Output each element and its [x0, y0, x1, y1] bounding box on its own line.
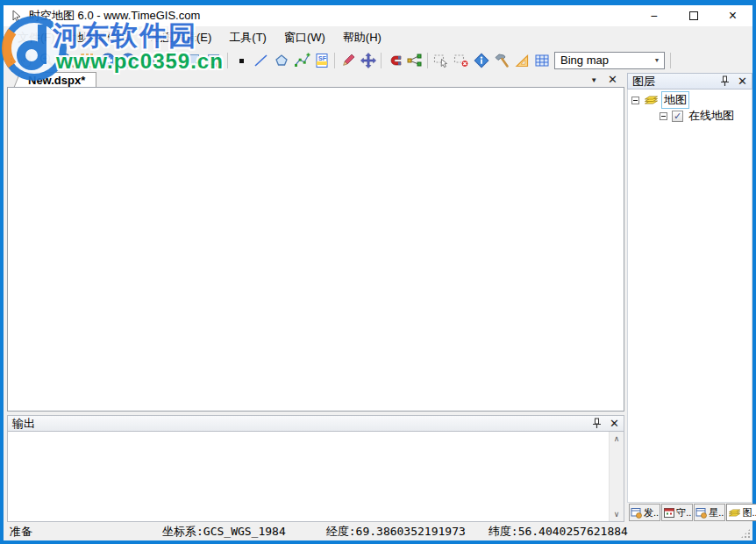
layers-panel-title: 图层 [632, 74, 655, 89]
tree-node-map-label[interactable]: 地图 [661, 91, 689, 109]
add-basemap-icon[interactable] [184, 51, 204, 70]
titlebar: 时空地图 6.0 - www.TimeGIS.com − × [4, 5, 752, 26]
pin-icon[interactable] [592, 418, 602, 429]
edit-pencil-icon[interactable] [338, 51, 358, 70]
dock-tab-1[interactable]: 发.. [629, 504, 660, 521]
dock-tab-3[interactable]: 星.. [694, 504, 725, 521]
dock-tab-label: 发.. [644, 506, 659, 519]
layers-panel-header[interactable]: 图层 ✕ [627, 73, 752, 89]
calendar-icon [663, 507, 675, 519]
basemap-combobox[interactable]: Bing map ▼ [554, 52, 665, 69]
dock-tab-label: 图... [742, 506, 756, 519]
move-feature-icon[interactable] [358, 51, 378, 70]
menu-help[interactable]: 帮助(H) [334, 27, 390, 48]
measure-setsquare-icon[interactable] [511, 51, 531, 70]
scroll-down-icon[interactable]: ∨ [610, 510, 624, 519]
tab-close-icon[interactable]: ✕ [608, 75, 617, 84]
document-area: New.dspx* ▼ ✕ 输出 ✕ [4, 71, 624, 522]
toolbar-separator [670, 53, 671, 68]
layers-group-icon [644, 94, 659, 106]
zoom-out-icon[interactable] [57, 51, 77, 70]
dock-tabbar: 发.. 守.. 星.. 图... [627, 503, 752, 522]
menu-file[interactable]: 文件(F) [9, 27, 64, 48]
dock-tab-layers[interactable]: 图... [726, 504, 756, 521]
tab-list-dropdown-icon[interactable]: ▼ [590, 76, 597, 84]
status-latitude: 纬度:56.4040257621884 [489, 524, 628, 540]
chevron-down-icon[interactable]: ▼ [650, 57, 664, 63]
close-icon[interactable]: ✕ [738, 76, 747, 86]
maximize-button[interactable] [674, 5, 713, 26]
draw-polygon-icon[interactable] [271, 51, 291, 70]
app-window: 河东软件园 www.pc0359.cn 时空地图 6.0 - www.TimeG… [0, 0, 756, 544]
status-crs: 坐标系:GCS_WGS_1984 [162, 524, 286, 540]
dock-tab-2[interactable]: 守.. [661, 504, 693, 521]
statusbar: 准备 坐标系:GCS_WGS_1984 经度:69.3860352191973 … [4, 522, 752, 540]
output-panel-body[interactable]: ∧ ∨ [7, 432, 624, 522]
tree-node-map[interactable]: 地图 [628, 92, 752, 108]
maximize-icon [689, 11, 698, 20]
attribute-grid-icon[interactable] [531, 51, 552, 70]
tree-node-online-map[interactable]: ✓ 在线地图 [628, 108, 752, 124]
build-hammer-icon[interactable] [491, 51, 511, 70]
toolbar-separator [381, 53, 382, 68]
view-forward-icon[interactable] [118, 51, 138, 70]
scroll-up-icon[interactable]: ∧ [610, 434, 624, 443]
toolbar-separator [334, 53, 335, 68]
toolbar-grip[interactable] [10, 54, 14, 68]
menu-tools[interactable]: 工具(T) [220, 27, 275, 48]
form-hand-icon [631, 507, 643, 519]
output-panel: 输出 ✕ ∧ ∨ [7, 415, 624, 522]
resize-grip[interactable] [740, 528, 751, 539]
toolbar: SF Bing map ▼ [4, 49, 752, 71]
layers-tree: 地图 ✓ 在线地图 [627, 89, 752, 503]
map-canvas[interactable] [7, 87, 624, 412]
snap-magnet-icon[interactable] [384, 51, 404, 70]
pan-hand-icon[interactable] [17, 51, 37, 70]
output-panel-header[interactable]: 输出 ✕ [7, 415, 624, 432]
tree-node-online-map-label[interactable]: 在线地图 [687, 108, 736, 124]
output-panel-title: 输出 [12, 416, 35, 432]
window-title: 时空地图 6.0 - www.TimeGIS.com [29, 8, 200, 24]
sf-document-icon[interactable]: SF [311, 51, 332, 70]
view-back-icon[interactable] [97, 51, 118, 70]
status-ready: 准备 [10, 524, 32, 540]
select-features-icon[interactable] [431, 51, 451, 70]
layer-visibility-checkbox[interactable]: ✓ [672, 111, 683, 122]
draw-point-icon[interactable] [231, 51, 251, 70]
topology-nodes-icon[interactable] [404, 51, 424, 70]
svg-text:SF: SF [318, 54, 327, 61]
close-icon[interactable]: ✕ [610, 419, 619, 428]
toolbar-separator [427, 53, 428, 68]
identify-info-icon[interactable] [471, 51, 491, 70]
dock-tab-label: 星.. [709, 506, 724, 519]
pin-icon[interactable] [720, 75, 730, 87]
main-region: New.dspx* ▼ ✕ 输出 ✕ [4, 71, 752, 522]
menu-map-operation[interactable]: 地图操作(B) [64, 27, 142, 48]
document-tab-active[interactable]: New.dspx* [21, 72, 96, 87]
remove-basemap-icon[interactable] [204, 51, 225, 70]
output-scrollbar[interactable]: ∧ ∨ [609, 432, 624, 521]
collapse-icon[interactable] [631, 97, 639, 104]
form-hand-icon [695, 507, 708, 519]
menu-window[interactable]: 窗口(W) [275, 27, 334, 48]
dock-tab-label: 守.. [676, 506, 691, 519]
draw-vertices-icon[interactable] [291, 51, 311, 70]
status-longitude: 经度:69.3860352191973 [326, 524, 466, 540]
document-tabbar: New.dspx* ▼ ✕ [7, 71, 624, 87]
zoom-in-icon[interactable] [37, 51, 57, 70]
layers-icon [728, 507, 741, 519]
menubar: 文件(F) 地图操作(B) 地图编辑(E) 工具(T) 窗口(W) 帮助(H) [4, 26, 752, 49]
toolbar-separator [227, 53, 228, 68]
menu-map-edit[interactable]: 地图编辑(E) [142, 27, 220, 48]
toolbar-separator [181, 53, 182, 68]
minimize-button[interactable]: − [634, 5, 674, 26]
draw-line-icon[interactable] [251, 51, 271, 70]
layers-panel: 图层 ✕ 地图 ✓ [627, 71, 752, 522]
zoom-extent-icon[interactable] [77, 51, 97, 70]
close-button[interactable]: × [713, 5, 752, 26]
clear-selection-icon[interactable] [451, 51, 471, 70]
crosshair-icon[interactable] [158, 51, 178, 70]
zoom-window-icon[interactable] [138, 51, 158, 70]
app-icon [10, 9, 24, 23]
collapse-icon[interactable] [660, 112, 667, 120]
